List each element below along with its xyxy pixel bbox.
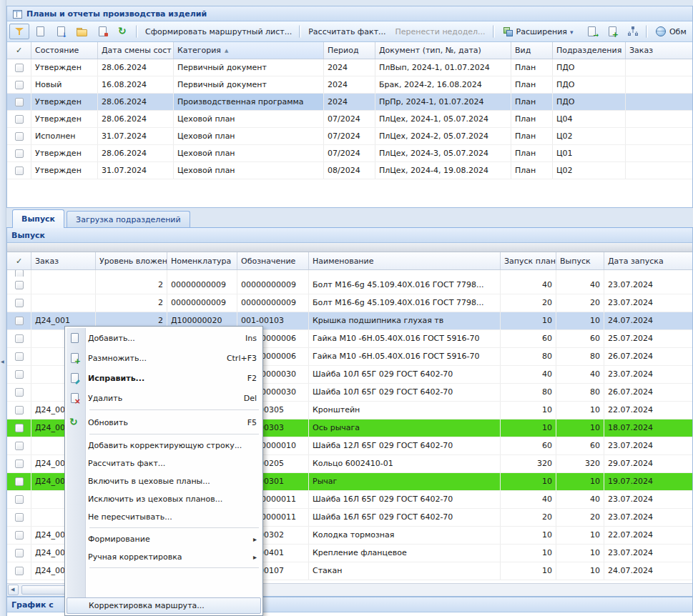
row-checkbox[interactable] [15, 352, 24, 361]
row-checkbox[interactable] [15, 406, 24, 414]
toolbar-button[interactable] [113, 24, 133, 39]
release-grid-row[interactable]: 2 00000000009 00000000009 Болт М16-6g 45… [7, 277, 692, 294]
toolbar-button[interactable] [72, 24, 92, 39]
menu-item-shortcut: Ctrl+F3 [227, 354, 257, 363]
left-splitter[interactable] [0, 0, 6, 616]
row-checkbox-cell [7, 294, 31, 312]
plans-grid-row[interactable]: Утвержден 28.06.2024 Первичный документ … [7, 59, 692, 76]
release-panel-header: Выпуск [7, 228, 692, 243]
menu-item[interactable]: Исправить... F2 [67, 368, 261, 388]
toolbar-button[interactable] [602, 24, 622, 39]
toolbar-button[interactable] [30, 24, 50, 39]
menu-item[interactable]: Добавить... Ins [67, 328, 261, 348]
toolbar-button[interactable]: Обм [651, 24, 691, 39]
cell-nomenclature: 00000000009 [167, 294, 237, 312]
row-checkbox[interactable] [15, 281, 24, 289]
column-header[interactable]: Обозначение [237, 252, 309, 269]
column-header[interactable]: Период [324, 42, 375, 59]
plans-grid-row[interactable]: Утвержден 31.07.2024 Цеховой план 08/202… [7, 162, 692, 179]
column-header[interactable]: Номенклатура [167, 252, 237, 269]
menu-item[interactable]: Рассчитать факт... [67, 454, 261, 472]
column-header[interactable]: Уровень вложен [96, 252, 167, 269]
menu-item[interactable]: Исключить из цеховых планов... [67, 490, 261, 508]
toolbar-button[interactable] [623, 24, 643, 39]
cell-order [31, 277, 96, 294]
row-checkbox[interactable] [15, 299, 24, 307]
toolbar-button-label: Расширения [516, 27, 567, 36]
row-checkbox[interactable] [15, 334, 24, 343]
menu-item[interactable]: Добавить корректирующую строку... [67, 437, 261, 454]
column-header[interactable]: Запуск план [501, 252, 556, 269]
column-header[interactable]: Состояние [31, 42, 98, 59]
cell-release: 10 [556, 312, 604, 329]
column-header[interactable]: Подразделения [553, 42, 626, 59]
row-checkbox[interactable] [15, 513, 24, 522]
column-header[interactable]: Дата запуска [604, 252, 692, 269]
row-checkbox[interactable] [15, 531, 24, 540]
column-header-label: ✓ [16, 257, 22, 266]
row-checkbox[interactable] [15, 549, 24, 557]
row-checkbox[interactable] [15, 442, 24, 450]
row-checkbox[interactable] [15, 388, 24, 397]
plans-grid-row[interactable]: Утвержден 28.06.2024 Производственная пр… [7, 94, 692, 111]
cell-release [556, 270, 604, 277]
row-checkbox[interactable] [15, 64, 24, 72]
column-header[interactable]: Выпуск [556, 252, 604, 269]
toolbar-button[interactable] [51, 24, 71, 39]
toolbar-button[interactable]: Рассчитать факт... [304, 24, 390, 39]
scroll-left-icon[interactable] [8, 585, 19, 595]
collapse-left-icon[interactable] [1, 359, 4, 364]
release-grid-row[interactable] [7, 270, 692, 277]
row-checkbox[interactable] [15, 81, 24, 89]
cell-launch-date: 23.07.2024 [604, 491, 692, 508]
row-checkbox[interactable] [15, 98, 24, 106]
cell-launch-date: 24.07.2024 [604, 312, 692, 329]
plans-grid-row[interactable]: Исполнен 31.07.2024 Цеховой план 07/2024… [7, 128, 692, 145]
row-checkbox[interactable] [15, 495, 24, 504]
row-checkbox-cell [7, 94, 31, 110]
menu-item[interactable]: Включить в цеховые планы... [67, 472, 261, 490]
toolbar-button[interactable] [581, 24, 601, 39]
row-checkbox-cell [7, 437, 31, 454]
row-checkbox[interactable] [15, 149, 24, 158]
toolbar-button[interactable] [9, 24, 29, 39]
column-header[interactable]: Заказ [31, 252, 96, 269]
tab[interactable]: Выпуск [12, 209, 64, 228]
cell-period: 07/2024 [324, 111, 375, 127]
release-grid-row[interactable]: 2 00000000009 00000000009 Болт М16-6g 45… [7, 294, 692, 312]
toolbar-button[interactable]: Расширения [498, 24, 581, 39]
row-checkbox[interactable] [15, 370, 24, 379]
row-checkbox[interactable] [15, 424, 24, 432]
row-checkbox[interactable] [15, 459, 24, 468]
menu-item[interactable]: Формирование [67, 530, 261, 548]
row-checkbox[interactable] [15, 477, 24, 486]
menu-item[interactable]: Удалить Del [67, 388, 261, 408]
row-checkbox[interactable] [15, 115, 24, 124]
plans-grid-row[interactable]: Утвержден 28.06.2024 Цеховой план 07/202… [7, 111, 692, 128]
menu-item[interactable]: Не пересчитывать... [67, 508, 261, 526]
column-header[interactable]: ✓ [7, 252, 31, 269]
column-header[interactable]: Наименование [309, 252, 501, 269]
column-header[interactable]: Заказ [626, 42, 692, 59]
row-checkbox[interactable] [15, 167, 24, 175]
menu-item[interactable]: Ручная корректировка [67, 548, 261, 566]
plans-grid-row[interactable]: Утвержден 28.06.2024 Цеховой план 07/202… [7, 145, 692, 162]
menu-item[interactable]: Размножить... Ctrl+F3 [67, 348, 261, 368]
column-header[interactable]: Вид [511, 42, 553, 59]
column-header[interactable]: Дата смены сост [98, 42, 174, 59]
row-checkbox[interactable] [15, 567, 24, 575]
toolbar-button[interactable] [92, 24, 112, 39]
row-checkbox[interactable] [15, 270, 24, 277]
toolbar-button[interactable]: Сформировать маршрутный лист... [141, 24, 296, 39]
column-header[interactable]: ✓ [7, 42, 31, 59]
row-checkbox[interactable] [15, 317, 24, 325]
row-checkbox-cell [7, 473, 31, 490]
row-checkbox[interactable] [15, 132, 24, 141]
plans-grid-row[interactable]: Новый 16.08.2024 Первичный документ 2024… [7, 76, 692, 94]
menu-item[interactable]: Корректировка маршрута... [67, 597, 261, 614]
column-header[interactable]: Документ (тип, №, дата) [375, 42, 511, 59]
cell-category: Цеховой план [174, 145, 324, 162]
menu-item[interactable]: Обновить F5 [67, 412, 261, 432]
column-header[interactable]: Категория [174, 42, 324, 59]
tab[interactable]: Загрузка подразделений [67, 211, 190, 227]
